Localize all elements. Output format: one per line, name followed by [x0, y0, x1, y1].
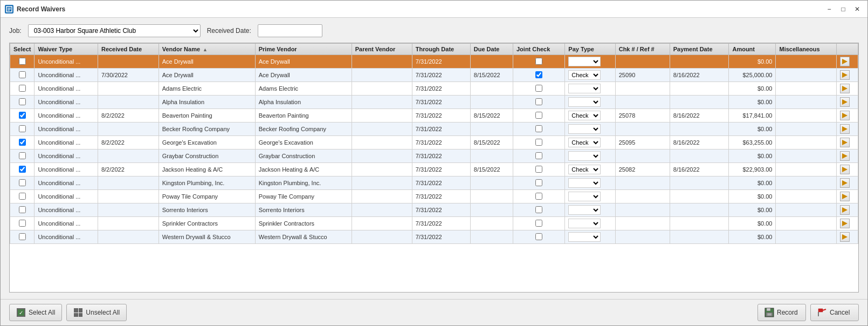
received-date-input[interactable]: [258, 24, 322, 37]
joint-check-checkbox[interactable]: [535, 125, 542, 132]
table-cell: Becker Roofing Company: [159, 123, 255, 136]
detail-button[interactable]: [840, 165, 850, 174]
pay-type-select[interactable]: [568, 192, 601, 201]
row-checkbox[interactable]: [19, 58, 26, 65]
select-all-button[interactable]: ✓ Select All: [9, 304, 62, 321]
detail-button[interactable]: [840, 232, 850, 242]
row-checkbox[interactable]: [19, 125, 26, 132]
pay-type-cell: Check: [565, 109, 615, 123]
record-button[interactable]: Record: [757, 304, 806, 321]
pay-type-select[interactable]: [568, 151, 601, 161]
table-row: Unconditional ...Graybar ConstructionGra…: [10, 150, 858, 163]
table-cell: Ace Drywall: [255, 69, 352, 82]
detail-button[interactable]: [840, 124, 850, 134]
detail-button[interactable]: [840, 57, 850, 66]
joint-check-checkbox[interactable]: [535, 71, 542, 78]
pay-type-select[interactable]: [568, 232, 601, 242]
table-row: Unconditional ...8/2/2022Beaverton Paint…: [10, 109, 858, 123]
table-cell: Unconditional ...: [35, 69, 98, 82]
detail-button[interactable]: [840, 70, 850, 80]
joint-check-checkbox[interactable]: [535, 179, 542, 186]
unselect-all-button[interactable]: Unselect All: [66, 304, 127, 321]
amount-cell: $0.00: [729, 55, 776, 69]
detail-cell: [837, 96, 858, 109]
col-prime-vendor: Prime Vendor: [255, 44, 352, 55]
detail-button[interactable]: [840, 111, 850, 120]
pay-type-select[interactable]: [568, 97, 601, 107]
pay-type-select[interactable]: Check: [568, 111, 601, 120]
svg-marker-5: [842, 72, 848, 78]
detail-cell: [837, 82, 858, 96]
row-checkbox[interactable]: [19, 85, 26, 92]
table-cell: [470, 217, 513, 230]
joint-check-checkbox[interactable]: [535, 152, 542, 159]
detail-cell: [837, 203, 858, 217]
table-cell: [470, 230, 513, 244]
joint-check-checkbox[interactable]: [535, 98, 542, 105]
detail-button[interactable]: [840, 192, 850, 201]
row-checkbox[interactable]: [19, 220, 26, 227]
row-checkbox[interactable]: [19, 193, 26, 200]
app-icon: [5, 5, 13, 13]
detail-button[interactable]: [840, 205, 850, 215]
misc-cell: [776, 163, 837, 176]
chk-ref-cell: [615, 150, 670, 163]
table-cell: Sprinkler Contractors: [159, 217, 255, 230]
row-checkbox[interactable]: [19, 71, 26, 78]
pay-type-select[interactable]: Check: [568, 165, 601, 174]
table-cell: Becker Roofing Company: [255, 123, 352, 136]
job-select[interactable]: 03-003 Harbor Square Athletic Club: [28, 24, 201, 37]
payment-date-cell: [670, 82, 729, 96]
table-cell: Kingston Plumbing, Inc.: [255, 176, 352, 190]
minimize-button[interactable]: −: [823, 4, 835, 14]
pay-type-select[interactable]: [568, 84, 601, 93]
joint-check-checkbox[interactable]: [535, 139, 542, 146]
row-checkbox[interactable]: [19, 112, 26, 119]
row-checkbox[interactable]: [19, 139, 26, 146]
misc-cell: [776, 123, 837, 136]
joint-check-checkbox[interactable]: [535, 206, 542, 213]
amount-cell: $0.00: [729, 230, 776, 244]
cancel-button[interactable]: Cancel: [810, 304, 859, 321]
row-checkbox[interactable]: [19, 233, 26, 240]
row-checkbox[interactable]: [19, 98, 26, 105]
amount-cell: $0.00: [729, 96, 776, 109]
detail-button[interactable]: [840, 97, 850, 107]
payment-date-cell: [670, 96, 729, 109]
row-checkbox[interactable]: [19, 206, 26, 213]
maximize-button[interactable]: □: [837, 4, 849, 14]
row-checkbox[interactable]: [19, 152, 26, 159]
table-cell: [98, 176, 159, 190]
row-checkbox[interactable]: [19, 179, 26, 186]
row-select-cell: [10, 82, 35, 96]
close-button[interactable]: ✕: [851, 4, 863, 14]
detail-button[interactable]: [840, 84, 850, 93]
detail-button[interactable]: [840, 138, 850, 147]
svg-marker-8: [842, 113, 848, 118]
joint-check-checkbox[interactable]: [535, 112, 542, 119]
payment-date-cell: [670, 55, 729, 69]
table-cell: 7/31/2022: [412, 123, 470, 136]
checkbox-check-icon: ✓: [17, 308, 25, 317]
pay-type-select[interactable]: Check: [568, 70, 601, 80]
pay-type-select[interactable]: [568, 178, 601, 188]
pay-type-select[interactable]: [568, 57, 601, 66]
row-checkbox[interactable]: [19, 166, 26, 173]
detail-cell: [837, 217, 858, 230]
table-cell: Poway Tile Company: [159, 190, 255, 203]
joint-check-checkbox[interactable]: [535, 166, 542, 173]
joint-check-checkbox[interactable]: [535, 85, 542, 92]
detail-button[interactable]: [840, 151, 850, 161]
joint-check-checkbox[interactable]: [535, 233, 542, 240]
pay-type-select[interactable]: [568, 205, 601, 215]
pay-type-select[interactable]: [568, 219, 601, 228]
joint-check-checkbox[interactable]: [535, 220, 542, 227]
svg-marker-14: [842, 194, 848, 199]
table-cell: [98, 96, 159, 109]
detail-button[interactable]: [840, 178, 850, 188]
pay-type-select[interactable]: [568, 124, 601, 134]
joint-check-checkbox[interactable]: [535, 193, 542, 200]
pay-type-select[interactable]: Check: [568, 138, 601, 147]
joint-check-checkbox[interactable]: [535, 58, 542, 65]
detail-button[interactable]: [840, 219, 850, 228]
